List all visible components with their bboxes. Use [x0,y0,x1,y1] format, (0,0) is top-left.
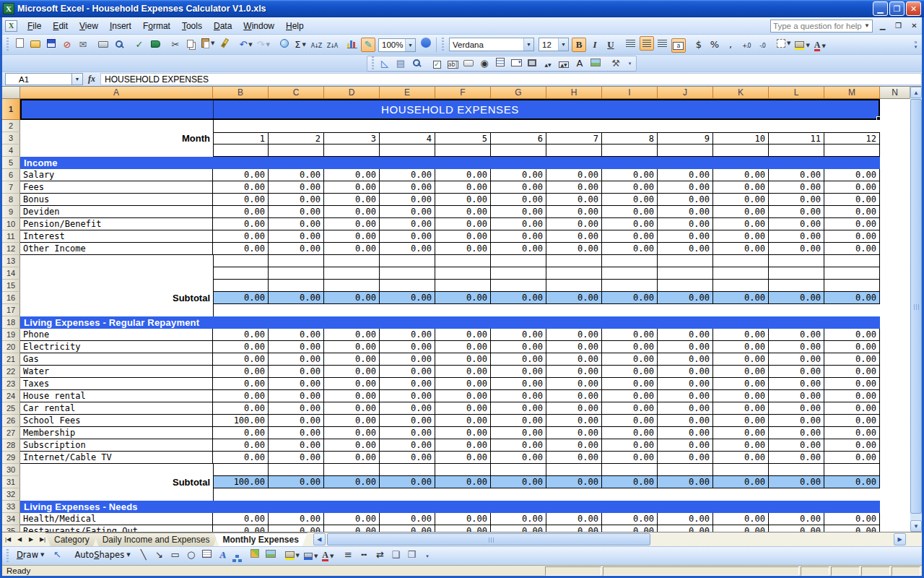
cell-M20[interactable]: 0.00 [824,341,880,353]
scroll-down-icon[interactable]: ▼ [910,520,922,532]
dash-style[interactable]: ╍ [357,548,371,562]
tab-prev-button[interactable]: ◀ [14,532,25,546]
cell-G28[interactable]: 0.00 [491,439,546,452]
cell-L10[interactable]: 0.00 [769,218,824,230]
cell-A7[interactable]: Fees [20,181,213,194]
chevron-down-icon[interactable]: ▼ [126,552,130,558]
cell-G20[interactable]: 0.00 [491,341,546,353]
cell-E28[interactable]: 0.00 [380,439,435,452]
cell-B10[interactable]: 0.00 [213,218,269,230]
cell-E6[interactable]: 0.00 [380,169,435,181]
cell-F10[interactable]: 0.00 [435,218,491,230]
cell-D3[interactable]: 3 [324,132,380,144]
cell-A22[interactable]: Water [20,366,213,378]
cell-A12[interactable]: Other Income [20,243,213,255]
cell-D15[interactable] [324,280,380,292]
cell-L13[interactable] [769,255,824,267]
cell-A20[interactable]: Electricity [20,341,213,353]
chevron-down-icon[interactable]: ▼ [558,38,568,51]
fill-color[interactable]: ▼ [793,38,811,53]
column-header-C[interactable]: C [269,87,324,99]
cell-A16[interactable]: Subtotal [20,292,213,304]
cell-D28[interactable]: 0.00 [324,439,380,452]
insert-hyperlink-button[interactable] [277,36,292,51]
row-header-20[interactable]: 20 [2,341,20,353]
decrease-decimal[interactable]: -.0 [755,38,770,53]
cell-E34[interactable]: 0.00 [380,513,435,525]
cell-M19[interactable]: 0.00 [824,329,880,341]
font-size-combo[interactable]: 12 ▼ [539,38,569,51]
cell-J11[interactable]: 0.00 [658,230,713,243]
cell-D34[interactable]: 0.00 [324,513,380,525]
cell-D13[interactable] [324,255,380,267]
cell-C21[interactable]: 0.00 [269,353,324,366]
cell-B20[interactable]: 0.00 [213,341,269,353]
cell-L12[interactable]: 0.00 [769,243,824,255]
cell-H31[interactable]: 0.00 [546,476,602,488]
cell-C6[interactable]: 0.00 [269,169,324,181]
cell-K6[interactable]: 0.00 [713,169,769,181]
cell-K27[interactable]: 0.00 [713,427,769,439]
cell-A21[interactable]: Gas [20,353,213,366]
oval-button[interactable]: ○ [184,548,199,562]
cell-M4[interactable] [824,144,880,157]
row-header-26[interactable]: 26 [2,415,20,427]
cell-J10[interactable]: 0.00 [658,218,713,230]
help-button[interactable] [419,35,433,50]
cell-L22[interactable]: 0.00 [769,366,824,378]
cell-L14[interactable] [769,267,824,280]
row-header-2[interactable]: 2 [2,120,20,132]
font-color[interactable]: A▼ [321,549,335,564]
cell-B11[interactable]: 0.00 [213,230,269,243]
cell-A29[interactable]: Internet/Cable TV [20,452,213,464]
cell-C20[interactable]: 0.00 [269,341,324,353]
cell-A30[interactable] [20,464,213,476]
cell-K16[interactable]: 0.00 [713,292,769,304]
row-header-30[interactable]: 30 [2,464,20,476]
cell-I29[interactable]: 0.00 [602,452,658,464]
cell-I19[interactable]: 0.00 [602,329,658,341]
cell-E8[interactable]: 0.00 [380,194,435,206]
column-header-L[interactable]: L [769,87,824,99]
cell-E11[interactable]: 0.00 [380,230,435,243]
cell-K23[interactable]: 0.00 [713,378,769,390]
draw-menu[interactable]: Draw▼ [12,548,48,562]
cell-L9[interactable]: 0.00 [769,206,824,218]
chevron-down-icon[interactable]: ▼ [248,42,252,48]
cell-I30[interactable] [602,464,658,476]
cell-B9[interactable]: 0.00 [213,206,269,218]
cell-E31[interactable]: 0.00 [380,476,435,488]
cell-H27[interactable]: 0.00 [546,427,602,439]
cell-H28[interactable]: 0.00 [546,439,602,452]
cell-I16[interactable]: 0.00 [602,292,658,304]
cell-K7[interactable]: 0.00 [713,181,769,194]
cell-B35[interactable]: 0.00 [213,525,269,532]
font-name-combo[interactable]: Verdana ▼ [449,38,534,51]
cell-J25[interactable]: 0.00 [658,402,713,415]
cell-H12[interactable]: 0.00 [546,243,602,255]
vertical-scrollbar[interactable]: ▲ ▼ [910,87,922,532]
cell-A13[interactable] [20,255,213,267]
cell-H21[interactable]: 0.00 [546,353,602,366]
cell-H11[interactable]: 0.00 [546,230,602,243]
cell-J12[interactable]: 0.00 [658,243,713,255]
row-header-21[interactable]: 21 [2,353,20,366]
cell-E3[interactable]: 4 [380,132,435,144]
cell-F26[interactable]: 0.00 [435,415,491,427]
fill-color[interactable]: ▼ [284,548,301,563]
italic-button[interactable]: I [588,38,602,52]
row-header-7[interactable]: 7 [2,181,20,194]
save-button[interactable] [44,36,58,51]
cell-K22[interactable]: 0.00 [713,366,769,378]
menu-view[interactable]: View [74,19,104,33]
cell-G25[interactable]: 0.00 [491,402,546,415]
cell-C30[interactable] [269,464,324,476]
cell-E22[interactable]: 0.00 [380,366,435,378]
row-header-19[interactable]: 19 [2,329,20,341]
cell-J20[interactable]: 0.00 [658,341,713,353]
cell-M8[interactable]: 0.00 [824,194,880,206]
increase-decimal[interactable]: +.0 [739,38,754,53]
cell-B26[interactable]: 100.00 [213,415,269,427]
cell-J30[interactable] [658,464,713,476]
restore-button[interactable]: ❐ [889,1,905,16]
